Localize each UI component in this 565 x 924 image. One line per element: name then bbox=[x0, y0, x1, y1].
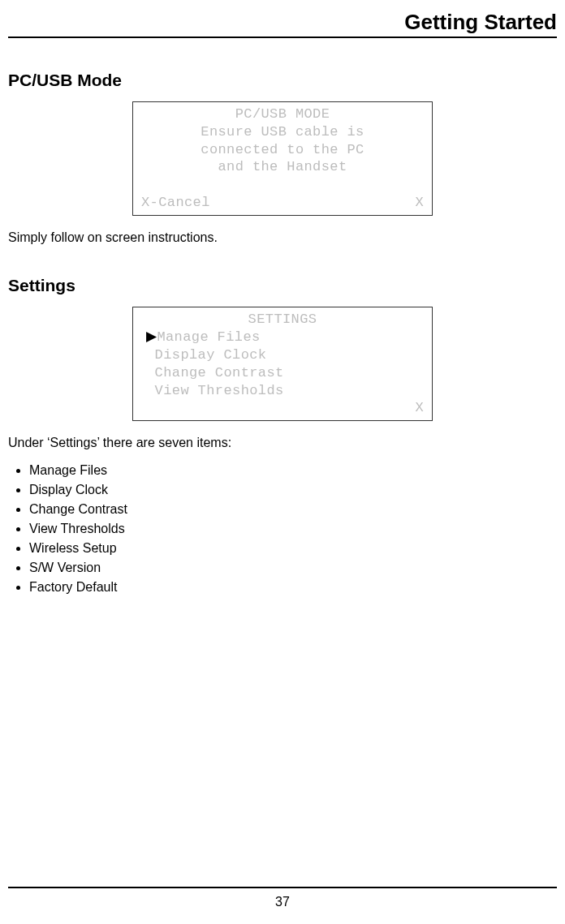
settings-list: Manage Files Display Clock Change Contra… bbox=[8, 458, 557, 600]
lcd-menu-label: View Thresholds bbox=[155, 383, 284, 398]
list-item: Wireless Setup bbox=[29, 541, 557, 556]
lcd-spacer bbox=[141, 176, 424, 194]
lcd-line: connected to the PC bbox=[141, 141, 424, 159]
divider-bottom bbox=[8, 887, 557, 888]
lcd-footer-row: X-Cancel X bbox=[141, 194, 424, 212]
lcd-title: SETTINGS bbox=[141, 311, 424, 329]
lcd-title: PC/USB MODE bbox=[141, 105, 424, 123]
page-header: Getting Started bbox=[8, 10, 557, 35]
cursor-icon: ▶ bbox=[146, 329, 157, 344]
section-heading-pcusb: PC/USB Mode bbox=[8, 71, 557, 90]
lcd-menu-item: Change Contrast bbox=[141, 364, 424, 382]
body-text: Simply follow on screen instructions. bbox=[8, 230, 557, 245]
lcd-menu-label: Manage Files bbox=[157, 329, 260, 345]
list-item: Display Clock bbox=[29, 483, 557, 497]
divider-top bbox=[8, 37, 557, 38]
lcd-cancel: X-Cancel bbox=[141, 194, 210, 212]
lcd-screen-settings: SETTINGS ▶Manage Files Display Clock Cha… bbox=[132, 307, 433, 422]
lcd-x: X bbox=[415, 399, 424, 417]
list-item: Factory Default bbox=[29, 580, 557, 595]
lcd-x: X bbox=[415, 194, 424, 212]
lcd-menu-item: View Thresholds bbox=[141, 382, 424, 400]
lcd-menu-label: Display Clock bbox=[155, 347, 267, 363]
page-number: 37 bbox=[8, 895, 557, 909]
lcd-line: Ensure USB cable is bbox=[141, 123, 424, 141]
list-item: Change Contrast bbox=[29, 502, 557, 517]
lcd-menu-label: Change Contrast bbox=[155, 365, 284, 380]
list-item: View Thresholds bbox=[29, 522, 557, 536]
settings-intro: Under ‘Settings’ there are seven items: bbox=[8, 436, 557, 450]
list-item: S/W Version bbox=[29, 561, 557, 575]
list-item: Manage Files bbox=[29, 463, 557, 478]
section-heading-settings: Settings bbox=[8, 276, 557, 295]
lcd-screen-pcusb: PC/USB MODE Ensure USB cable is connecte… bbox=[132, 101, 433, 216]
lcd-menu-item: Display Clock bbox=[141, 346, 424, 364]
lcd-line: and the Handset bbox=[141, 158, 424, 176]
footer: 37 bbox=[8, 887, 557, 909]
page: Getting Started PC/USB Mode PC/USB MODE … bbox=[0, 0, 565, 924]
lcd-menu-item: ▶Manage Files bbox=[141, 328, 424, 346]
lcd-footer-row: X bbox=[141, 399, 424, 417]
